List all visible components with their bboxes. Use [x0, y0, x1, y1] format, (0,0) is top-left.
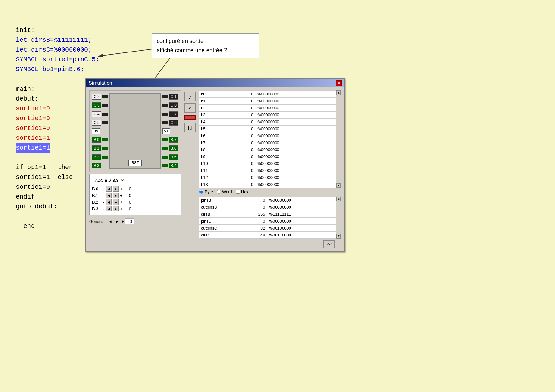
pin-0v-row: 0V [92, 128, 108, 134]
adc-b3-right[interactable]: ▶ [113, 206, 119, 211]
reg-table-top-wrapper: b00%00000000b10%00000000b20%00000000b30%… [199, 90, 341, 188]
pin-vplus-label: V+ [162, 128, 170, 134]
adc-b3-plus: + [120, 206, 122, 211]
reg-hex: %00000000 [255, 105, 336, 112]
reg-val: 0 [231, 119, 255, 126]
table-row: b90%00000000 [199, 153, 336, 160]
reg-table-bottom-wrapper: pinsB0%00000000outpinsB0%00000000dirsB25… [199, 197, 341, 239]
pin-c0-label: C.0 [169, 102, 178, 108]
sim-titlebar: Simulation ✕ [86, 79, 344, 87]
pin-b5-label: B.5 [169, 154, 178, 160]
pin-c4-row: C.4 [92, 111, 108, 117]
adc-b0-left[interactable]: ◀ [106, 186, 112, 192]
check-hex[interactable]: Hex [236, 189, 248, 194]
annotation-line1: configuré en sortie [157, 37, 255, 46]
generic-label: Generic [89, 219, 104, 224]
adc-b3-dash: - [102, 206, 105, 211]
pin-b5-row: B.5 [162, 154, 178, 160]
adc-b0-right[interactable]: ▶ [113, 186, 119, 192]
scroll-up-btn[interactable]: ▲ [336, 91, 341, 95]
pin-c7-label: C.7 [169, 111, 178, 117]
adc-title-row: ADC B.0-B.3 [92, 177, 178, 184]
reg-hex: %00000000 [255, 174, 336, 181]
reg-hex: %00100000 [267, 225, 336, 232]
reg-hex: %00000000 [267, 197, 336, 204]
btn-greater[interactable]: > [184, 103, 196, 113]
adc-b1-right[interactable]: ▶ [113, 193, 119, 198]
pin-b7-label: B.7 [169, 137, 178, 143]
reg-name: b1 [199, 98, 231, 105]
pin-b0-row: B.0 [92, 137, 108, 143]
pin-c2-indicator [102, 95, 108, 98]
pin-b0-label: B.0 [92, 137, 101, 143]
pin-vplus-row: V+ [162, 128, 178, 134]
reg-hex: %00110000 [267, 232, 336, 239]
middle-panel: } > [] [184, 90, 196, 248]
generic-plus: + [122, 219, 124, 224]
adc-b2-left[interactable]: ◀ [106, 199, 112, 205]
reg-name: b3 [199, 112, 231, 119]
sim-body: C.2 C.3 C.4 [86, 87, 344, 251]
simulation-window: Simulation ✕ C.2 C.3 [85, 78, 345, 252]
radio-word-input[interactable] [217, 190, 221, 194]
reg-hex: %00000000 [255, 167, 336, 174]
pin-c5-label: C.5 [92, 120, 101, 126]
adc-b0-name: B.0 [92, 187, 101, 191]
reg-val: 0 [243, 218, 267, 225]
table-row: outpinsC32%00100000 [199, 225, 336, 232]
pin-c2-label: C.2 [92, 94, 101, 100]
radio-byte[interactable]: Byte [199, 189, 213, 194]
reg-name: pinsB [199, 197, 243, 204]
reg-val: 0 [231, 126, 255, 132]
adc-b0-dash: - [102, 187, 105, 191]
reg-val: 0 [231, 105, 255, 112]
table-row: b20%00000000 [199, 105, 336, 112]
generic-left[interactable]: ◀ [108, 219, 113, 224]
scrollbar-top: ▲ ▼ [336, 90, 341, 188]
adc-b0-value: 0 [124, 187, 131, 191]
adc-b3-left[interactable]: ◀ [106, 206, 112, 211]
check-hex-input[interactable] [236, 190, 240, 194]
pin-b1-indicator [102, 147, 108, 150]
reg-val: 0 [231, 174, 255, 181]
reg-hex: %00000000 [255, 98, 336, 105]
table-row: dirsC48%00110000 [199, 232, 336, 239]
reg-name: pinsC [199, 218, 243, 225]
btn-red-bar[interactable] [184, 115, 196, 120]
adc-b1-name: B.1 [92, 193, 101, 198]
table-row: b60%00000000 [199, 132, 336, 139]
pin-c6-indicator [162, 121, 168, 124]
generic-right[interactable]: ▶ [115, 219, 120, 224]
adc-b1-value: 0 [124, 193, 131, 198]
pin-b3-label: B.3 [92, 163, 101, 168]
btn-brace[interactable]: } [184, 92, 196, 101]
btn-brackets[interactable]: [] [184, 123, 196, 132]
table-row: b110%00000000 [199, 167, 336, 174]
reg-hex: %00000000 [255, 91, 336, 98]
close-button[interactable]: ✕ [336, 80, 342, 86]
rst-button[interactable]: RST [128, 160, 142, 166]
scroll-down-btn[interactable]: ▼ [336, 183, 341, 188]
adc-b2-right[interactable]: ▶ [113, 199, 119, 205]
reg-name: b12 [199, 174, 231, 181]
radio-word[interactable]: Word [217, 189, 232, 194]
generic-value: 50 [125, 218, 134, 224]
table-row: pinsB0%00000000 [199, 197, 336, 204]
adc-select[interactable]: ADC B.0-B.3 [92, 177, 125, 184]
scroll-bottom-down-btn[interactable]: ▼ [336, 234, 341, 238]
radio-byte-input[interactable] [199, 190, 203, 194]
reg-name: b10 [199, 160, 231, 167]
reg-val: 0 [231, 112, 255, 119]
reg-name: b5 [199, 126, 231, 132]
reg-val: 0 [243, 204, 267, 211]
svg-line-1 [98, 49, 152, 56]
pin-b1-row: B.1 [92, 145, 108, 151]
adc-b1-left[interactable]: ◀ [106, 193, 112, 198]
code-line-symbol2: SYMBOL bp1=pinB.6; [16, 64, 99, 74]
pin-c0-row: C.0 [162, 102, 178, 108]
pin-b0-indicator [102, 138, 108, 141]
reg-name: b7 [199, 139, 231, 146]
reg-hex: %00000000 [255, 119, 336, 126]
scroll-bottom-up-btn[interactable]: ▲ [336, 197, 341, 201]
collapse-button[interactable]: << [323, 240, 335, 248]
